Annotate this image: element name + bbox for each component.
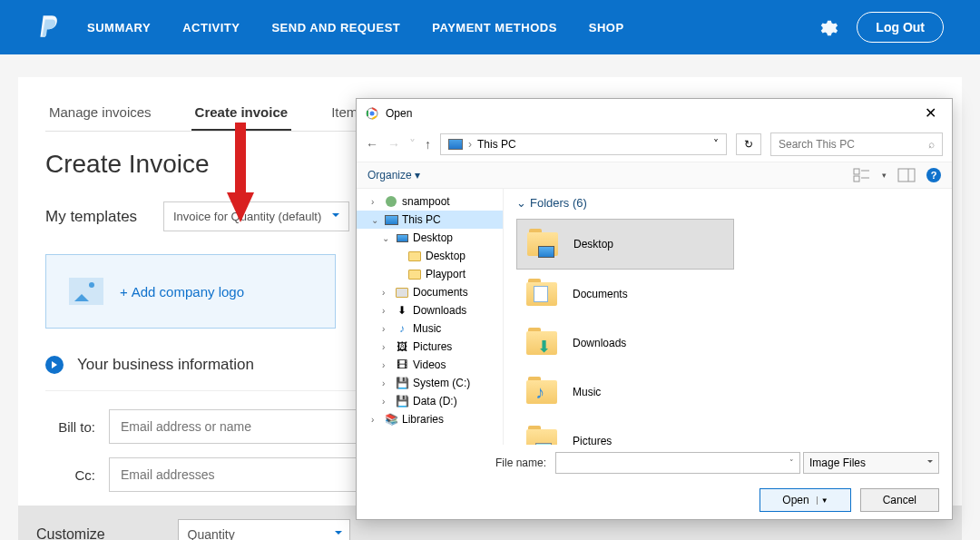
filename-label: File name:: [495, 457, 546, 469]
filename-input[interactable]: [555, 452, 800, 474]
nav-forward-icon[interactable]: →: [387, 137, 400, 152]
nav-send[interactable]: SEND AND REQUEST: [271, 21, 400, 34]
folder-tree: ›snampoot ⌄This PC ⌄Desktop Desktop Play…: [357, 189, 504, 445]
tree-item-user[interactable]: ›snampoot: [357, 192, 503, 211]
nav-activity[interactable]: ACTIVITY: [182, 21, 240, 34]
nav-payment[interactable]: PAYMENT METHODS: [432, 21, 557, 34]
svg-rect-3: [854, 176, 859, 182]
cc-label: Cc:: [45, 467, 95, 483]
tree-item-pictures[interactable]: ›🖼Pictures: [357, 338, 503, 356]
tree-item-desktop-sub[interactable]: Desktop: [357, 247, 503, 265]
image-placeholder-icon: [69, 278, 103, 305]
cc-input[interactable]: [109, 457, 381, 492]
tree-item-videos[interactable]: ›🎞Videos: [357, 356, 503, 374]
gear-icon[interactable]: [818, 17, 838, 37]
customize-label: Customize: [36, 526, 105, 540]
folder-documents[interactable]: Documents: [516, 270, 734, 319]
cancel-button[interactable]: Cancel: [860, 488, 939, 512]
chevron-down-icon[interactable]: ˅: [713, 138, 719, 151]
templates-label: My templates: [45, 208, 145, 226]
expand-arrow-icon: [45, 356, 64, 374]
svg-point-1: [370, 111, 375, 115]
refresh-icon[interactable]: ↻: [736, 133, 761, 155]
tree-item-systemc[interactable]: ›💾System (C:): [357, 374, 503, 392]
folder-desktop[interactable]: Desktop: [516, 219, 734, 270]
nav-recent-icon[interactable]: ˅: [409, 137, 416, 152]
template-select[interactable]: Invoice for Quantity (default): [163, 201, 349, 231]
bill-to-label: Bill to:: [45, 419, 95, 435]
svg-rect-6: [898, 169, 915, 182]
preview-pane-icon[interactable]: [897, 168, 916, 182]
open-button[interactable]: Open▼: [760, 488, 850, 512]
tab-create-invoice[interactable]: Create invoice: [191, 95, 292, 131]
folder-pictures[interactable]: Pictures: [516, 417, 734, 445]
organize-menu[interactable]: Organize ▾: [368, 169, 420, 182]
file-open-dialog: Open ✕ ← → ˅ ↑ › This PC ˅ ↻ ⌕ Organize …: [356, 98, 953, 520]
view-options-icon[interactable]: [853, 168, 871, 182]
tree-item-datad[interactable]: ›💾Data (D:): [357, 392, 503, 410]
folders-header[interactable]: ⌄Folders (6): [516, 196, 939, 210]
nav-shop[interactable]: SHOP: [589, 21, 624, 34]
nav-back-icon[interactable]: ←: [366, 137, 378, 152]
filetype-select[interactable]: Image Files: [803, 452, 939, 474]
bill-to-input[interactable]: [109, 409, 381, 444]
add-company-logo-button[interactable]: +Add company logo: [45, 254, 336, 329]
nav-summary[interactable]: SUMMARY: [87, 21, 151, 34]
logout-button[interactable]: Log Out: [857, 12, 944, 43]
tree-item-thispc[interactable]: ⌄This PC: [357, 211, 503, 229]
tree-item-downloads[interactable]: ›⬇Downloads: [357, 301, 503, 319]
top-navbar: SUMMARY ACTIVITY SEND AND REQUEST PAYMEN…: [0, 0, 980, 54]
folder-downloads[interactable]: ⬇ Downloads: [516, 319, 734, 368]
tab-manage-invoices[interactable]: Manage invoices: [45, 95, 155, 131]
tree-item-playport[interactable]: Playport: [357, 265, 503, 283]
customize-select[interactable]: Quantity: [178, 519, 350, 540]
tree-item-documents[interactable]: ›Documents: [357, 283, 503, 301]
breadcrumb[interactable]: › This PC ˅: [440, 133, 727, 155]
chrome-icon: [366, 107, 378, 120]
folder-music[interactable]: ♪ Music: [516, 368, 734, 417]
folder-content: ⌄Folders (6) Desktop Documents ⬇ Downloa…: [504, 189, 952, 445]
svg-rect-2: [854, 169, 859, 174]
plus-icon: +: [120, 284, 128, 299]
help-icon[interactable]: ?: [926, 168, 941, 182]
nav-up-icon[interactable]: ↑: [425, 137, 431, 152]
dialog-title: Open: [386, 107, 910, 120]
tree-item-music[interactable]: ›♪Music: [357, 319, 503, 338]
tree-item-libraries[interactable]: ›📚Libraries: [357, 410, 503, 428]
search-input[interactable]: ⌕: [770, 133, 943, 156]
search-icon: ⌕: [928, 138, 935, 151]
close-icon[interactable]: ✕: [917, 104, 943, 122]
paypal-logo-icon: [36, 14, 60, 41]
tree-item-desktop[interactable]: ⌄Desktop: [357, 229, 503, 247]
pc-icon: [448, 139, 463, 150]
